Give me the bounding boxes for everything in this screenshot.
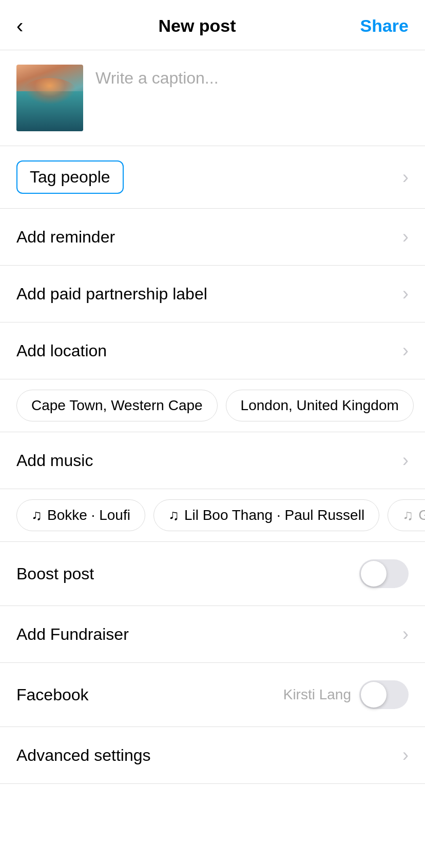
tag-people-row[interactable]: Tag people › [0,146,425,209]
facebook-label: Facebook [16,685,89,704]
music-note-icon-bokke: ♫ [31,507,42,523]
add-fundraiser-label: Add Fundraiser [16,625,129,644]
advanced-settings-label: Advanced settings [16,746,151,765]
add-paid-partnership-row[interactable]: Add paid partnership label › [0,266,425,322]
advanced-settings-row[interactable]: Advanced settings › [0,727,425,784]
add-paid-partnership-label: Add paid partnership label [16,285,207,304]
add-location-chevron: › [402,340,409,361]
caption-input[interactable]: Write a caption... [95,65,409,90]
tag-people-chevron: › [402,167,409,188]
add-paid-partnership-chevron: › [402,283,409,305]
tag-people-label: Tag people [16,160,124,194]
location-chip-london[interactable]: London, United Kingdom [226,390,414,421]
advanced-settings-chevron: › [402,744,409,766]
add-location-row[interactable]: Add location › [0,322,425,379]
add-reminder-chevron: › [402,226,409,248]
location-suggestions: Cape Town, Western Cape London, United K… [0,379,425,432]
music-chip-bokke[interactable]: ♫ Bokke · Loufi [16,499,145,531]
add-music-row[interactable]: Add music › [0,432,425,489]
add-reminder-label: Add reminder [16,228,115,247]
music-chip-lil-boo-thang[interactable]: ♫ Lil Boo Thang · Paul Russell [153,499,379,531]
location-chip-cape-town[interactable]: Cape Town, Western Cape [16,390,218,421]
add-music-chevron: › [402,450,409,471]
add-fundraiser-chevron: › [402,623,409,645]
music-chip-go[interactable]: ♫ Go [388,499,425,531]
music-chip-go-label: Go [418,507,425,523]
facebook-account-label: Kirsti Lang [283,687,351,703]
page-title: New post [158,16,236,36]
boost-post-toggle[interactable] [359,559,409,588]
facebook-row: Facebook Kirsti Lang [0,663,425,727]
post-thumbnail [16,65,83,131]
caption-area: Write a caption... [0,50,425,146]
add-location-label: Add location [16,341,107,360]
back-button[interactable]: ‹ [16,14,47,37]
music-note-icon-lil-boo: ♫ [168,507,179,523]
music-chip-bokke-label: Bokke · Loufi [47,507,130,523]
music-suggestions: ♫ Bokke · Loufi ♫ Lil Boo Thang · Paul R… [0,489,425,542]
music-note-icon-go: ♫ [402,507,413,523]
music-chip-lil-boo-label: Lil Boo Thang · Paul Russell [184,507,364,523]
header: ‹ New post Share [0,0,425,50]
add-reminder-row[interactable]: Add reminder › [0,209,425,266]
boost-post-row: Boost post [0,542,425,606]
add-music-label: Add music [16,451,93,470]
facebook-toggle[interactable] [359,680,409,709]
add-fundraiser-row[interactable]: Add Fundraiser › [0,606,425,663]
boost-post-label: Boost post [16,564,94,583]
facebook-toggle-area: Kirsti Lang [283,680,409,709]
share-button[interactable]: Share [347,16,409,36]
